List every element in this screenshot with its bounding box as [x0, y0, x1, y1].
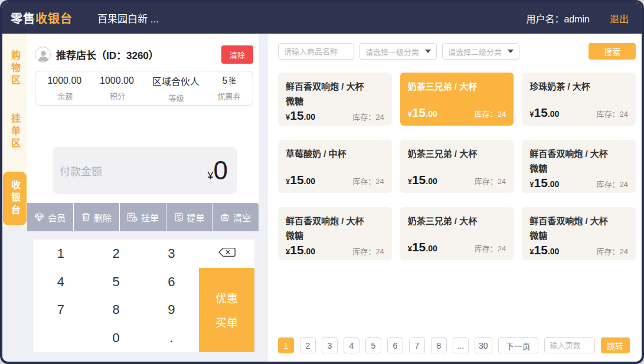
product-grid: 鲜百香双响炮 / 大杯微糖 ¥15.00 库存：24 奶茶三兄弟 / 大杯 ¥1…: [278, 73, 636, 260]
key-3[interactable]: 3: [144, 240, 200, 268]
retrieve-order-icon: [174, 212, 184, 222]
key-4[interactable]: 4: [33, 268, 89, 296]
key-7[interactable]: 7: [33, 296, 89, 324]
clear-member-button[interactable]: 清除: [221, 45, 253, 64]
product-name: 鲜百香双响炮 / 大杯: [529, 149, 608, 159]
key-2[interactable]: 2: [89, 240, 144, 268]
payment-placeholder: 付款金额: [60, 163, 102, 178]
product-card[interactable]: 鲜百香双响炮 / 大杯微糖 ¥15.00 库存：24: [278, 73, 392, 126]
product-spec: 微糖: [286, 94, 384, 109]
logout-link[interactable]: 退出: [610, 11, 629, 25]
key-empty: [33, 324, 89, 352]
jump-button[interactable]: 跳转: [601, 337, 630, 353]
member-stats: 1000.00 余额 1000.00 积分 区域合伙人 等级 5张 优惠券: [35, 71, 253, 106]
page-button-1[interactable]: 1: [278, 337, 294, 353]
stat-points-value: 1000.00: [100, 76, 134, 86]
key-dot[interactable]: .: [144, 324, 200, 352]
stat-points: 1000.00 积分: [100, 76, 135, 101]
page-button-5[interactable]: 5: [365, 337, 381, 353]
page-button-4[interactable]: 4: [344, 337, 359, 353]
product-name: 珍珠奶茶 / 大杯: [529, 81, 590, 91]
product-card[interactable]: 草莓酸奶 / 中杯 ¥15.00 库存：24: [278, 140, 392, 193]
page-button-3[interactable]: 3: [322, 337, 338, 353]
product-card[interactable]: 珍珠奶茶 / 大杯 ¥15.00 库存：24: [522, 73, 636, 126]
product-name: 鲜百香双响炮 / 大杯: [286, 81, 364, 91]
product-stock: 库存：24: [352, 175, 384, 186]
pos-window: 零售收银台 百果园白新 ... 用户名：admin 退出 购物区 挂单区 收银台: [0, 0, 644, 364]
sidebar-tab-shopping[interactable]: 购物区: [8, 50, 22, 87]
product-card[interactable]: 鲜百香双响炮 / 大杯微糖 ¥15.00 库存：24: [278, 207, 392, 260]
backspace-key[interactable]: [199, 240, 254, 268]
page-button-7[interactable]: 7: [409, 337, 425, 353]
product-price: ¥15.00: [286, 109, 315, 123]
product-stock: 库存：24: [597, 245, 628, 257]
stat-level-value: 区域合伙人: [152, 77, 200, 87]
key-9[interactable]: 9: [144, 296, 200, 324]
key-5[interactable]: 5: [89, 268, 144, 296]
product-stock: 库存：24: [597, 178, 628, 189]
clear-all-button[interactable]: 清空: [213, 203, 259, 231]
product-price: ¥15.00: [408, 106, 437, 120]
product-spec: 微糖: [529, 161, 628, 176]
product-price: ¥15.00: [529, 243, 559, 257]
delete-button[interactable]: 删除: [74, 203, 120, 231]
backspace-icon: [218, 246, 236, 261]
member-button-label: 会员: [48, 211, 66, 224]
chevron-down-icon: [508, 50, 514, 53]
page-button-8[interactable]: 8: [431, 337, 447, 353]
key-8[interactable]: 8: [89, 296, 144, 324]
product-stock: 库存：24: [597, 108, 628, 119]
member-name: 推荐店长（ID：3260）: [56, 47, 159, 62]
product-name-input[interactable]: [278, 43, 354, 60]
member-button[interactable]: 会员: [27, 203, 74, 231]
product-card[interactable]: 奶茶三兄弟 / 大杯 ¥15.00 库存：24: [400, 140, 514, 193]
key-1[interactable]: 1: [33, 240, 89, 268]
category1-select[interactable]: 请选择一级分类: [359, 43, 437, 60]
top-header: 零售收银台 百果园白新 ... 用户名：admin 退出: [2, 2, 642, 34]
hold-order-button[interactable]: 挂单: [120, 203, 166, 231]
stat-coupons-value: 5: [223, 76, 228, 86]
product-stock: 库存：24: [475, 108, 506, 119]
search-button[interactable]: 搜索: [589, 43, 636, 60]
product-stock: 库存：24: [475, 242, 506, 254]
page-number-input[interactable]: [544, 337, 595, 353]
cashier-panel: 推荐店长（ID：3260） 清除 1000.00 余额 1000.00 积分 区…: [27, 34, 259, 362]
member-icon: [34, 213, 44, 222]
payment-amount-field[interactable]: 付款金额 ¥ 0: [53, 147, 237, 194]
stat-coupons: 5张 优惠券: [218, 76, 241, 101]
page-button-6[interactable]: 6: [387, 337, 403, 353]
product-price: ¥15.00: [286, 173, 315, 187]
product-spec: 微糖: [529, 228, 628, 243]
product-stock: 库存：24: [475, 175, 506, 186]
product-card-selected[interactable]: 奶茶三兄弟 / 大杯 ¥15.00 库存：24: [400, 73, 514, 126]
discount-pay-button[interactable]: 优惠 买单: [199, 268, 254, 352]
product-card[interactable]: 鲜百香双响炮 / 大杯微糖 ¥15.00 库存：24: [522, 140, 636, 193]
chevron-down-icon: [425, 50, 431, 53]
hold-order-button-label: 挂单: [141, 211, 159, 224]
category2-select[interactable]: 请选择二级分类: [442, 43, 519, 60]
product-price: ¥15.00: [408, 240, 437, 254]
sidebar-tab-cashier[interactable]: 收银台: [3, 172, 27, 225]
action-toolbar: 会员 删除: [27, 203, 259, 231]
product-stock: 库存：24: [352, 245, 384, 257]
stat-level: 区域合伙人 等级: [152, 74, 201, 103]
stat-coupons-label: 优惠券: [218, 90, 241, 101]
product-panel: 请选择一级分类 请选择二级分类 搜索 鲜百香双响炮 / 大杯微糖 ¥15.00 …: [268, 34, 642, 362]
key-6[interactable]: 6: [144, 268, 200, 296]
page-button-30[interactable]: 30: [475, 337, 492, 353]
page-button-2[interactable]: 2: [300, 337, 316, 353]
key-0[interactable]: 0: [89, 324, 144, 352]
discount-pay-line2: 买单: [215, 314, 238, 330]
product-card[interactable]: 鲜百香双响炮 / 大杯微糖 ¥15.00 库存：24: [522, 207, 636, 260]
clear-all-button-label: 清空: [233, 211, 251, 224]
category2-placeholder: 请选择二级分类: [448, 46, 502, 57]
retrieve-order-button-label: 提单: [187, 211, 205, 224]
page-ellipsis[interactable]: ...: [453, 337, 469, 353]
product-price: ¥15.00: [529, 106, 559, 120]
stat-balance-value: 1000.00: [47, 76, 81, 86]
product-card[interactable]: 奶茶三兄弟 / 大杯 ¥15.00 库存：24: [400, 207, 514, 260]
retrieve-order-button[interactable]: 提单: [166, 203, 213, 231]
next-page-button[interactable]: 下一页: [498, 337, 538, 353]
sidebar-tab-hold-orders[interactable]: 挂单区: [8, 113, 22, 150]
stat-points-label: 积分: [100, 90, 135, 101]
